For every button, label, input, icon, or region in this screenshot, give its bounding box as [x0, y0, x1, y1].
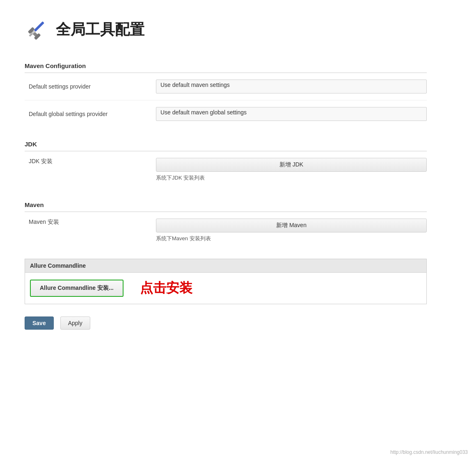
maven-install-value: 新增 Maven 系统下Maven 安装列表 [156, 219, 427, 242]
jdk-install-row: JDK 安装 新增 JDK 系统下JDK 安装列表 [25, 151, 427, 188]
default-global-settings-value: Use default maven global settings [156, 107, 427, 121]
page-title: 全局工具配置 [56, 20, 144, 40]
jdk-install-value: 新增 JDK 系统下JDK 安装列表 [156, 158, 427, 182]
jdk-section-header: JDK [25, 137, 427, 151]
maven-configuration-header: Maven Configuration [25, 59, 427, 73]
jdk-install-label: JDK 安装 [25, 158, 156, 165]
allure-section-body: Allure Commandline 安装... 点击安装 [25, 272, 427, 304]
default-global-settings-label: Default global settings provider [25, 111, 156, 117]
default-settings-label: Default settings provider [25, 83, 156, 90]
tools-icon [25, 16, 49, 43]
default-settings-select[interactable]: Use default maven settings [156, 80, 427, 93]
jdk-section: JDK JDK 安装 新增 JDK 系统下JDK 安装列表 [25, 137, 427, 188]
default-global-settings-row: Default global settings provider Use def… [25, 100, 427, 128]
allure-section: Allure Commandline Allure Commandline 安装… [25, 259, 427, 304]
maven-section-header: Maven [25, 198, 427, 212]
default-settings-value: Use default maven settings [156, 80, 427, 93]
footer-watermark: http://blog.csdn.net/liuchunming033 [390, 449, 468, 455]
page-header: 全局工具配置 [25, 16, 427, 43]
allure-click-hint: 点击安装 [140, 279, 192, 297]
apply-button[interactable]: Apply [60, 317, 90, 330]
maven-section: Maven Maven 安装 新增 Maven 系统下Maven 安装列表 [25, 198, 427, 249]
save-button[interactable]: Save [25, 317, 54, 330]
jdk-description: 系统下JDK 安装列表 [156, 174, 427, 182]
default-global-settings-select[interactable]: Use default maven global settings [156, 107, 427, 121]
add-maven-button[interactable]: 新增 Maven [156, 219, 427, 232]
maven-description: 系统下Maven 安装列表 [156, 235, 427, 242]
maven-install-label: Maven 安装 [25, 219, 156, 226]
maven-install-row: Maven 安装 新增 Maven 系统下Maven 安装列表 [25, 212, 427, 249]
maven-configuration-section: Maven Configuration Default settings pro… [25, 59, 427, 128]
bottom-buttons: Save Apply [25, 317, 427, 330]
default-settings-row: Default settings provider Use default ma… [25, 73, 427, 100]
allure-install-row: Allure Commandline 安装... 点击安装 [30, 279, 421, 297]
allure-install-button[interactable]: Allure Commandline 安装... [30, 280, 124, 297]
allure-section-header: Allure Commandline [25, 259, 427, 272]
add-jdk-button[interactable]: 新增 JDK [156, 158, 427, 172]
svg-rect-3 [34, 21, 44, 32]
